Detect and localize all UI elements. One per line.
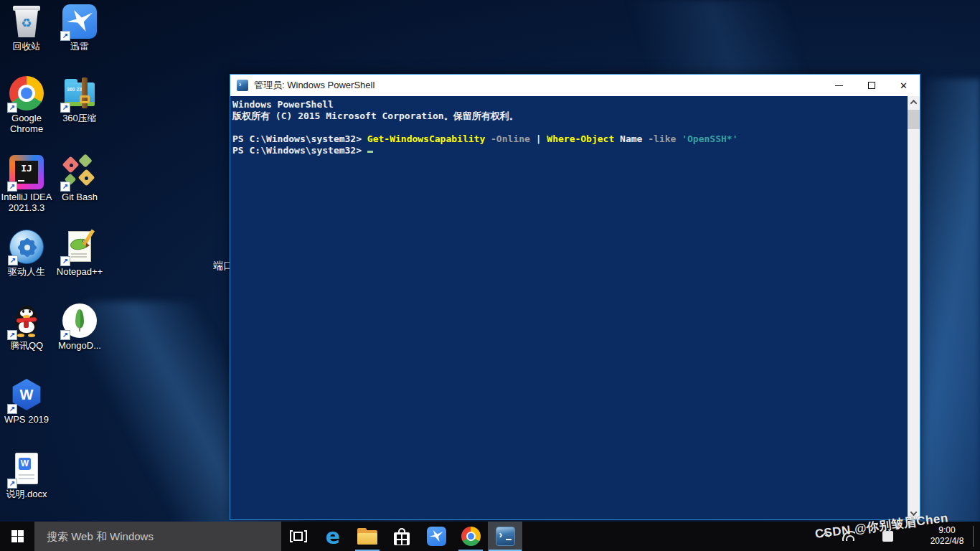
text-cursor bbox=[367, 151, 373, 153]
folder-icon bbox=[357, 528, 377, 545]
console-banner-line: Windows PowerShell bbox=[232, 99, 908, 110]
desktop-icon-notepadpp[interactable]: ↗ Notepad++ bbox=[54, 230, 105, 277]
taskbar-store-button[interactable] bbox=[385, 522, 419, 551]
clock-time: 9:00 bbox=[924, 525, 970, 536]
close-button[interactable]: ✕ bbox=[887, 75, 920, 96]
command-token: 'OpenSSH*' bbox=[682, 133, 738, 144]
console-blank-line bbox=[232, 122, 908, 133]
console-output[interactable]: Windows PowerShell 版权所有 (C) 2015 Microso… bbox=[230, 96, 908, 519]
taskbar-powershell-button[interactable]: › bbox=[488, 522, 522, 551]
hidden-icons-caret[interactable] bbox=[821, 532, 830, 541]
desktop-icon-git-bash[interactable]: ↗ Git Bash bbox=[54, 155, 105, 202]
desktop-icon-mongodb[interactable]: ↗ MongoD... bbox=[54, 303, 105, 351]
mongodb-leaf-icon: ↗ bbox=[62, 303, 97, 338]
shortcut-arrow-icon: ↗ bbox=[7, 182, 17, 192]
taskbar-file-explorer-button[interactable] bbox=[350, 522, 385, 551]
zip-folder-icon: 360 ZIP ↗ bbox=[62, 76, 97, 110]
shortcut-arrow-icon: ↗ bbox=[7, 404, 17, 414]
desktop-icon-label: IntelliJ IDEA 2021.3.3 bbox=[1, 192, 52, 213]
intellij-icon: IJ ↗ bbox=[9, 155, 44, 189]
desktop-icon-qq[interactable]: ↗ 腾讯QQ bbox=[1, 303, 52, 351]
desktop-icon-label: WPS 2019 bbox=[1, 414, 52, 425]
powershell-window: › 管理员: Windows PowerShell ✕ Windows Powe… bbox=[230, 74, 920, 520]
taskbar-edge-button[interactable]: e bbox=[316, 522, 350, 551]
chrome-icon: ↗ bbox=[9, 76, 44, 110]
taskbar-xunlei-button[interactable] bbox=[419, 522, 453, 551]
git-bash-icon: ↗ bbox=[62, 155, 97, 189]
console-prompt-line: PS C:\Windows\system32> bbox=[232, 145, 908, 156]
xunlei-bird-icon: ↗ bbox=[62, 4, 97, 39]
prompt: PS C:\Windows\system32> bbox=[232, 133, 367, 144]
desktop-icon-wps[interactable]: W ↗ WPS 2019 bbox=[1, 377, 52, 425]
shortcut-arrow-icon: ↗ bbox=[7, 103, 17, 113]
desktop-icon-google-chrome[interactable]: ↗ Google Chrome bbox=[1, 76, 52, 134]
taskbar-clock[interactable]: 9:00 2022/4/8 bbox=[924, 525, 970, 547]
console-copyright-line: 版权所有 (C) 2015 Microsoft Corporation。保留所有… bbox=[232, 110, 908, 122]
scroll-down-icon[interactable] bbox=[908, 507, 920, 519]
desktop-icon-label: Google Chrome bbox=[1, 113, 52, 134]
command-token: Get-WindowsCapability bbox=[367, 133, 485, 144]
powershell-icon: › bbox=[237, 80, 248, 91]
shortcut-arrow-icon: ↗ bbox=[7, 330, 17, 340]
scroll-up-icon[interactable] bbox=[908, 96, 920, 108]
shortcut-arrow-icon: ↗ bbox=[60, 330, 70, 340]
taskbar-chrome-button[interactable] bbox=[453, 522, 488, 551]
desktop-icon-intellij[interactable]: IJ ↗ IntelliJ IDEA 2021.3.3 bbox=[1, 155, 52, 213]
start-button[interactable] bbox=[0, 522, 34, 551]
show-desktop-button[interactable] bbox=[974, 522, 980, 551]
desktop-icon-label: 迅雷 bbox=[54, 41, 105, 52]
command-token: -like bbox=[648, 133, 676, 144]
desktop-icon-readme-docx[interactable]: W ↗ 说明.docx bbox=[1, 452, 52, 499]
shortcut-arrow-icon: ↗ bbox=[60, 182, 70, 192]
desktop-icon-label: 360压缩 bbox=[54, 113, 105, 123]
desktop-icon-label: 说明.docx bbox=[1, 489, 52, 499]
wps-hexagon-icon: W ↗ bbox=[9, 377, 44, 412]
close-icon: ✕ bbox=[900, 80, 908, 91]
desktop-icon-label: MongoD... bbox=[54, 340, 105, 351]
desktop-icon-label: Notepad++ bbox=[54, 266, 105, 277]
window-title: 管理员: Windows PowerShell bbox=[254, 79, 374, 92]
window-titlebar[interactable]: › 管理员: Windows PowerShell ✕ bbox=[230, 75, 920, 96]
desktop-icon-label: 腾讯QQ bbox=[1, 340, 52, 351]
minimize-button[interactable] bbox=[823, 75, 855, 96]
vertical-scrollbar[interactable] bbox=[908, 96, 920, 519]
desktop-icon-label: Git Bash bbox=[54, 192, 105, 202]
task-view-icon bbox=[290, 530, 307, 543]
notepad-plus-plus-icon: ↗ bbox=[62, 230, 97, 264]
gear-icon: ↗ bbox=[9, 230, 44, 264]
recycle-bin-icon: ♻ bbox=[9, 4, 44, 39]
qq-penguin-icon: ↗ bbox=[9, 303, 44, 338]
desktop-icon-recycle-bin[interactable]: ♻ 回收站 bbox=[1, 4, 52, 52]
desktop-icon-360zip[interactable]: 360 ZIP ↗ 360压缩 bbox=[54, 76, 105, 123]
command-token: Where-Object bbox=[547, 133, 614, 144]
wallpaper-light-beam bbox=[488, 0, 890, 85]
powershell-icon: › bbox=[496, 527, 515, 546]
desktop-icon-driver-life[interactable]: ↗ 驱动人生 bbox=[1, 230, 52, 277]
shortcut-arrow-icon: ↗ bbox=[7, 479, 17, 489]
prompt: PS C:\Windows\system32> bbox=[232, 145, 367, 156]
taskbar: e bbox=[0, 522, 980, 551]
desktop-icon-label: 驱动人生 bbox=[1, 266, 52, 277]
scrollbar-thumb[interactable] bbox=[908, 110, 920, 129]
word-document-icon: W ↗ bbox=[9, 452, 44, 486]
shortcut-arrow-icon: ↗ bbox=[60, 103, 70, 113]
edge-icon: e bbox=[326, 526, 340, 547]
wifi-icon[interactable] bbox=[842, 531, 855, 541]
desktop-icon-xunlei[interactable]: ↗ 迅雷 bbox=[54, 4, 105, 52]
shortcut-arrow-icon: ↗ bbox=[60, 256, 70, 266]
maximize-button[interactable] bbox=[855, 75, 887, 96]
background-window-text-fragment: 端口 bbox=[213, 260, 230, 274]
shortcut-arrow-icon: ↗ bbox=[8, 255, 18, 265]
shortcut-arrow-icon: ↗ bbox=[60, 31, 70, 41]
store-bag-icon bbox=[393, 528, 410, 545]
maximize-icon bbox=[868, 82, 875, 89]
windows-logo-icon bbox=[11, 530, 24, 542]
minimize-icon bbox=[835, 85, 843, 86]
xunlei-bird-icon bbox=[427, 527, 446, 546]
clock-date: 2022/4/8 bbox=[924, 536, 970, 547]
taskbar-search-input[interactable] bbox=[34, 522, 281, 551]
task-view-button[interactable] bbox=[281, 522, 316, 551]
chrome-icon bbox=[461, 527, 481, 546]
ime-indicator[interactable] bbox=[882, 531, 893, 542]
console-command-line: PS C:\Windows\system32> Get-WindowsCapab… bbox=[232, 133, 908, 145]
